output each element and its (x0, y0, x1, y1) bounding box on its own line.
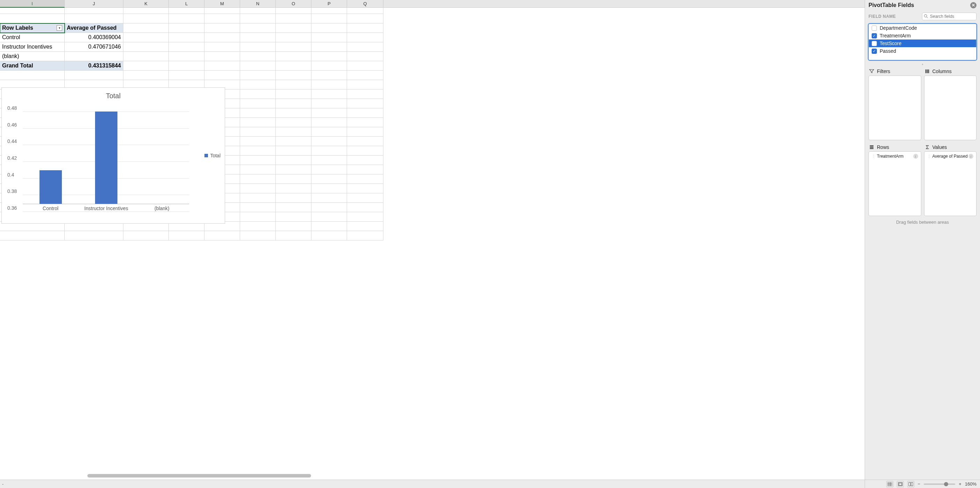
cell[interactable] (312, 89, 347, 99)
cell[interactable] (169, 52, 204, 61)
cell[interactable] (312, 108, 347, 118)
cell[interactable] (0, 14, 65, 24)
cell[interactable] (204, 14, 240, 24)
view-normal-icon[interactable] (886, 481, 893, 487)
cell[interactable] (347, 137, 383, 146)
cell[interactable] (276, 118, 312, 127)
area-pill[interactable]: ⋮TreatmentArmi (870, 153, 920, 159)
cell[interactable] (276, 193, 312, 203)
cell[interactable] (240, 24, 276, 33)
cell[interactable] (169, 42, 204, 52)
cell[interactable] (240, 80, 276, 89)
cell[interactable] (347, 89, 383, 99)
cell[interactable] (65, 231, 123, 241)
cell[interactable] (312, 71, 347, 80)
cell[interactable] (240, 137, 276, 146)
cell[interactable] (312, 184, 347, 193)
cell[interactable] (240, 193, 276, 203)
cell[interactable] (240, 61, 276, 71)
cell[interactable] (312, 174, 347, 184)
cell[interactable] (347, 33, 383, 42)
scrollbar-thumb[interactable] (88, 474, 311, 477)
cell[interactable] (276, 184, 312, 193)
values-dropzone[interactable]: ⋮Average of Passedi (924, 152, 977, 216)
cell[interactable] (276, 108, 312, 118)
cell[interactable] (65, 14, 123, 24)
cell[interactable] (123, 61, 169, 71)
row-labels-header[interactable]: Row Labels▾ (0, 24, 65, 33)
filters-dropzone[interactable] (869, 75, 921, 140)
cell[interactable] (312, 127, 347, 137)
zoom-level[interactable]: 160% (965, 482, 977, 486)
column-header[interactable]: M (204, 0, 240, 7)
column-header[interactable]: O (276, 0, 312, 7)
cell[interactable] (240, 156, 276, 165)
cell[interactable] (347, 42, 383, 52)
checkbox[interactable] (872, 26, 877, 31)
cell[interactable] (123, 52, 169, 61)
cell[interactable] (240, 165, 276, 174)
column-header[interactable]: K (123, 0, 169, 7)
cell[interactable] (312, 156, 347, 165)
cell[interactable] (312, 24, 347, 33)
cell[interactable] (312, 165, 347, 174)
zoom-out-button[interactable]: − (918, 482, 921, 486)
pivot-row-value[interactable] (65, 52, 123, 61)
cell[interactable] (347, 14, 383, 24)
cell[interactable] (276, 24, 312, 33)
cell[interactable] (312, 231, 347, 241)
pivot-chart[interactable]: Total 0.360.380.40.420.440.460.48Control… (2, 88, 225, 224)
cell[interactable] (312, 146, 347, 156)
zoom-in-button[interactable]: + (959, 482, 961, 486)
cell[interactable] (240, 231, 276, 241)
value-header[interactable]: Average of Passed (65, 24, 123, 33)
close-icon[interactable]: ✕ (970, 2, 977, 8)
info-icon[interactable]: i (913, 154, 918, 159)
checkbox[interactable] (872, 49, 877, 54)
field-item[interactable]: TestScore (869, 40, 976, 47)
cell[interactable] (312, 203, 347, 212)
column-header[interactable]: N (240, 0, 276, 7)
cell[interactable] (123, 71, 169, 80)
cell[interactable] (240, 89, 276, 99)
cell[interactable] (276, 156, 312, 165)
cell[interactable] (312, 99, 347, 108)
cell[interactable] (240, 222, 276, 231)
filter-dropdown-icon[interactable]: ▾ (57, 25, 62, 31)
field-item[interactable]: DepartmentCode (869, 24, 976, 32)
grand-total-label[interactable]: Grand Total (0, 61, 65, 71)
cell[interactable] (240, 42, 276, 52)
cell[interactable] (347, 212, 383, 222)
cell[interactable] (169, 33, 204, 42)
cell[interactable] (240, 71, 276, 80)
cell[interactable] (276, 127, 312, 137)
cell[interactable] (240, 146, 276, 156)
cell[interactable] (240, 33, 276, 42)
grand-total-value[interactable]: 0.431315844 (65, 61, 123, 71)
cell[interactable] (276, 146, 312, 156)
cell[interactable] (312, 33, 347, 42)
cell[interactable] (347, 61, 383, 71)
pivot-row-label[interactable]: (blank) (0, 52, 65, 61)
cell[interactable] (347, 80, 383, 89)
pivot-row-label[interactable]: Control (0, 33, 65, 42)
cell[interactable] (240, 212, 276, 222)
columns-dropzone[interactable] (924, 75, 977, 140)
cell[interactable] (347, 71, 383, 80)
cell[interactable] (204, 61, 240, 71)
cell[interactable] (240, 127, 276, 137)
search-input[interactable] (922, 13, 977, 20)
cell[interactable] (347, 99, 383, 108)
cell[interactable] (312, 14, 347, 24)
cell[interactable] (312, 137, 347, 146)
field-list[interactable]: DepartmentCodeTreatmentArmTestScorePasse… (869, 24, 977, 60)
area-pill[interactable]: ⋮Average of Passedi (926, 153, 975, 159)
cell[interactable] (204, 52, 240, 61)
zoom-slider[interactable] (924, 483, 955, 485)
cell[interactable] (240, 184, 276, 193)
cell[interactable] (347, 193, 383, 203)
horizontal-scrollbar[interactable] (0, 473, 865, 478)
cell[interactable] (347, 146, 383, 156)
cell[interactable] (240, 52, 276, 61)
cell[interactable] (65, 8, 123, 14)
